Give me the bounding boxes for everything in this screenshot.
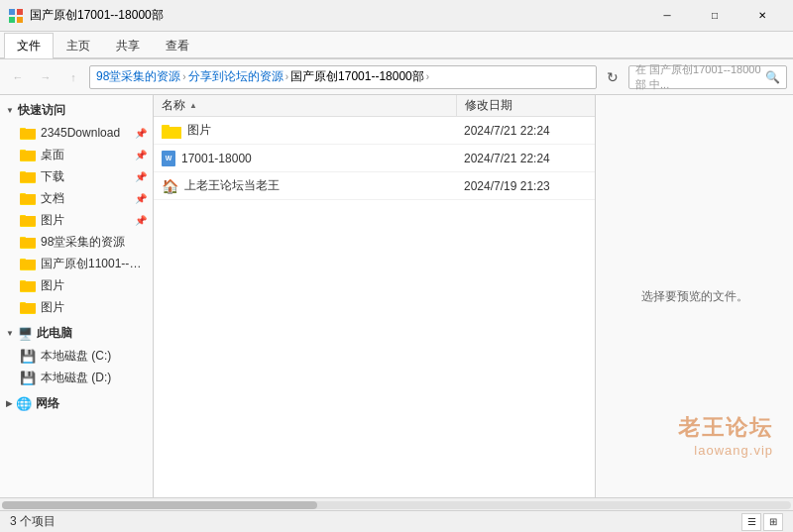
sidebar-section-label: 网络 (36, 395, 59, 412)
this-pc-icon: 🖥️ (18, 327, 33, 341)
up-button[interactable]: ↑ (61, 65, 85, 89)
search-bar[interactable]: 在 国产原创17001--18000部 中... 🔍 (628, 65, 787, 89)
svg-rect-27 (20, 281, 36, 291)
maximize-button[interactable]: □ (692, 0, 737, 32)
sidebar-section-thispc: ▼ 🖥️ 此电脑 💾 本地磁盘 (C:) 💾 本地磁盘 (D:) (0, 322, 153, 388)
status-bar: 3 个项目 ☰ ⊞ (0, 510, 793, 532)
refresh-button[interactable]: ↻ (601, 65, 624, 89)
sidebar-item-label: 图片 (41, 212, 145, 229)
window-controls[interactable]: ─ □ ✕ (644, 0, 785, 32)
window-icon (8, 8, 24, 24)
file-row-name: 图片 (154, 122, 456, 139)
sidebar-section-label: 快速访问 (18, 102, 65, 119)
sidebar-item-label: 桌面 (41, 147, 145, 163)
sidebar-item-label: 文档 (41, 190, 145, 207)
sidebar-item-downloads[interactable]: 下载 📌 (0, 165, 153, 187)
breadcrumb-item-2[interactable]: 分享到论坛的资源 (188, 68, 283, 85)
folder-icon (20, 235, 36, 249)
sidebar-item-label: 图片 (41, 299, 145, 316)
svg-rect-18 (20, 216, 36, 226)
file-row-date: 2024/7/21 22:24 (456, 124, 595, 138)
back-button[interactable]: ← (6, 65, 30, 89)
sidebar-item-drive-c[interactable]: 💾 本地磁盘 (C:) (0, 345, 153, 367)
sidebar-header-quickaccess[interactable]: ▼ 快速访问 (0, 99, 153, 122)
minimize-button[interactable]: ─ (644, 0, 690, 32)
svg-rect-0 (9, 9, 15, 15)
file-row-date: 2024/7/21 22:24 (456, 152, 595, 165)
folder-icon (20, 213, 36, 227)
sidebar-item-pic2[interactable]: 图片 (0, 296, 153, 318)
document-icon: W (162, 151, 175, 166)
svg-rect-6 (20, 129, 36, 139)
sidebar-item-label: 98堂采集的资源 (41, 234, 145, 251)
col-header-name[interactable]: 名称 ▲ (154, 95, 456, 116)
folder-icon (162, 123, 181, 139)
sidebar-item-pictures[interactable]: 图片 📌 (0, 209, 153, 231)
sidebar-item-2345download[interactable]: 2345Download 📌 (0, 122, 153, 144)
close-button[interactable]: ✕ (739, 0, 785, 32)
horizontal-scrollbar[interactable] (0, 497, 793, 511)
file-list-area: 名称 ▲ 修改日期 图片 2024/7/21 22:24 (154, 95, 595, 497)
status-item-count: 3 个项目 (10, 513, 56, 530)
preview-text: 选择要预览的文件。 (641, 288, 748, 305)
sidebar-item-desktop[interactable]: 桌面 📌 (0, 144, 153, 165)
sidebar-header-thispc[interactable]: ▼ 🖥️ 此电脑 (0, 322, 153, 345)
sidebar-item-label: 国产原创11001--1： (41, 256, 145, 272)
tab-share[interactable]: 共享 (103, 33, 153, 58)
sidebar-item-label: 下载 (41, 168, 145, 185)
pin-icon: 📌 (135, 193, 147, 204)
breadcrumb-item-1[interactable]: 98堂采集的资源 (96, 68, 180, 85)
sidebar-item-pic1[interactable]: 图片 (0, 274, 153, 296)
svg-rect-9 (20, 151, 36, 160)
folder-icon (20, 126, 36, 140)
folder-icon (20, 257, 36, 270)
drive-icon: 💾 (20, 349, 36, 364)
sidebar-item-drive-d[interactable]: 💾 本地磁盘 (D:) (0, 367, 153, 388)
ribbon: 文件 主页 共享 查看 (0, 32, 793, 59)
file-row[interactable]: 🏠 上老王论坛当老王 2024/7/19 21:23 (154, 172, 595, 200)
tab-file[interactable]: 文件 (4, 33, 54, 58)
tab-view[interactable]: 查看 (153, 33, 202, 58)
svg-rect-2 (9, 17, 15, 23)
pin-icon: 📌 (135, 215, 147, 226)
breadcrumb-sep-2: › (285, 71, 288, 82)
pin-icon: 📌 (135, 150, 147, 160)
sidebar-item-docs[interactable]: 文档 📌 (0, 187, 153, 209)
network-icon: 🌐 (16, 396, 32, 411)
chevron-down-icon: ▼ (6, 329, 14, 338)
svg-rect-1 (17, 9, 23, 15)
folder-icon (20, 148, 36, 161)
sidebar-item-label: 本地磁盘 (C:) (41, 348, 145, 365)
col-header-date[interactable]: 修改日期 (456, 95, 595, 116)
folder-icon (20, 191, 36, 205)
forward-button[interactable]: → (34, 65, 57, 89)
preview-pane: 选择要预览的文件。 (595, 95, 793, 497)
sidebar-header-network[interactable]: ▶ 🌐 网络 (0, 392, 153, 415)
breadcrumb-sep-1: › (182, 71, 185, 82)
sidebar-item-98tang[interactable]: 98堂采集的资源 (0, 231, 153, 253)
file-list-header: 名称 ▲ 修改日期 (154, 95, 595, 117)
tab-home[interactable]: 主页 (54, 33, 103, 58)
sidebar-item-guochan[interactable]: 国产原创11001--1： (0, 253, 153, 274)
file-row[interactable]: W 17001-18000 2024/7/21 22:24 (154, 145, 595, 172)
sidebar-section-label: 此电脑 (37, 325, 72, 342)
scrollbar-thumb[interactable] (2, 501, 317, 509)
svg-rect-12 (20, 172, 36, 182)
breadcrumb[interactable]: 98堂采集的资源 › 分享到论坛的资源 › 国产原创17001--18000部 … (89, 65, 597, 89)
folder-icon (20, 278, 36, 292)
breadcrumb-current: 国产原创17001--18000部 (290, 68, 424, 85)
search-placeholder: 在 国产原创17001--18000部 中... (635, 62, 765, 92)
drive-icon: 💾 (20, 371, 36, 385)
list-view-button[interactable]: ☰ (741, 513, 761, 531)
scrollbar-track (2, 501, 791, 509)
sort-arrow-icon: ▲ (189, 101, 197, 110)
grid-view-button[interactable]: ⊞ (763, 513, 783, 531)
pin-icon: 📌 (135, 128, 147, 139)
window-title: 国产原创17001--18000部 (30, 7, 644, 24)
file-row-name: 🏠 上老王论坛当老王 (154, 177, 456, 194)
search-icon[interactable]: 🔍 (765, 70, 780, 84)
svg-rect-15 (20, 194, 36, 204)
sidebar-item-label: 本地磁盘 (D:) (41, 370, 145, 386)
sidebar-section-quickaccess: ▼ 快速访问 2345Download 📌 桌面 📌 (0, 99, 153, 318)
file-row[interactable]: 图片 2024/7/21 22:24 (154, 117, 595, 145)
